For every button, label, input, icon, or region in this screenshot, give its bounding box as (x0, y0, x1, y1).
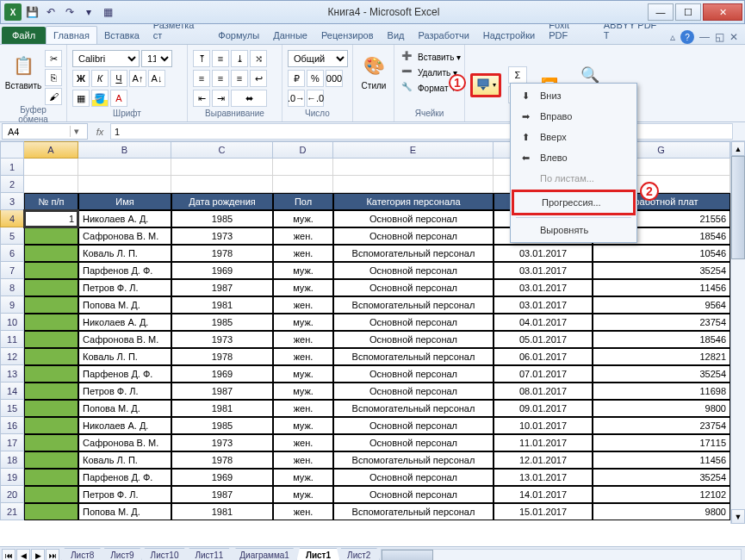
fill-left-item[interactable]: ⬅Влево (512, 147, 635, 168)
cell-salary[interactable]: 9564 (593, 296, 730, 314)
doc-restore-icon[interactable]: ◱ (715, 31, 724, 43)
row-header[interactable]: 16 (0, 417, 24, 434)
cell-sex[interactable]: жен. (273, 245, 333, 262)
row-header[interactable]: 19 (0, 469, 24, 486)
decrease-indent-icon[interactable]: ⇤ (193, 90, 210, 107)
font-color-icon[interactable]: A (110, 90, 127, 107)
cell-salary[interactable]: 18546 (593, 331, 730, 348)
decrease-decimal-icon[interactable]: ←.0 (307, 90, 324, 107)
cell-category[interactable]: Основной персонал (333, 383, 494, 400)
cell-year[interactable]: 1987 (171, 279, 273, 296)
cell-category[interactable]: Основной персонал (333, 434, 494, 451)
file-tab[interactable]: Файл (2, 27, 46, 44)
align-left-icon[interactable]: ≡ (193, 70, 210, 87)
qat-customize-icon[interactable]: ▾ (80, 3, 97, 21)
cell-sex[interactable]: жен. (273, 331, 333, 348)
tab-home[interactable]: Главная (46, 26, 97, 44)
font-name-select[interactable]: Calibri (72, 50, 140, 67)
cell-date[interactable]: 09.01.2017 (494, 400, 593, 417)
cell-salary[interactable]: 35254 (593, 365, 730, 383)
tab-review[interactable]: Рецензиров (314, 27, 381, 44)
cell-year[interactable]: 1981 (171, 400, 273, 417)
undo-icon[interactable]: ↶ (42, 3, 59, 21)
cell-year[interactable]: 1973 (171, 227, 273, 245)
cell-date[interactable]: 12.01.2017 (494, 451, 593, 469)
col-header-E[interactable]: E (333, 141, 494, 159)
increase-decimal-icon[interactable]: .0→ (288, 90, 305, 107)
tab-nav-next-icon[interactable]: ▶ (31, 549, 45, 561)
cell-num[interactable] (24, 451, 78, 469)
cell-salary[interactable]: 12821 (593, 348, 730, 365)
cell-sex[interactable]: жен. (273, 503, 333, 520)
fill-color-icon[interactable]: 🪣 (91, 90, 109, 107)
cell-year[interactable]: 1985 (171, 417, 273, 434)
cell-sex[interactable]: муж. (273, 383, 333, 400)
cell-category[interactable]: Основной персонал (333, 417, 494, 434)
cell-category[interactable]: Основной персонал (333, 279, 494, 296)
cell-date[interactable]: 14.01.2017 (494, 486, 593, 503)
cell-year[interactable]: 1987 (171, 383, 273, 400)
cell-salary[interactable]: 23754 (593, 314, 730, 331)
col-header-D[interactable]: D (273, 141, 333, 159)
fill-button[interactable]: ▾ (470, 73, 501, 97)
cell-category[interactable]: Вспомогательный персонал (333, 348, 494, 365)
sheet-tab[interactable]: Лист11 (185, 548, 233, 560)
scroll-up-icon[interactable]: ▲ (731, 141, 745, 156)
cell-category[interactable]: Основной персонал (333, 365, 494, 383)
cell-year[interactable]: 1969 (171, 365, 273, 383)
tab-data[interactable]: Данные (266, 27, 314, 44)
cell-num[interactable] (24, 383, 78, 400)
cell-year[interactable]: 1969 (171, 469, 273, 486)
tab-view[interactable]: Вид (381, 27, 412, 44)
cell-num[interactable] (24, 331, 78, 348)
row-header[interactable]: 17 (0, 434, 24, 451)
fill-justify-item[interactable]: Выровнять (512, 220, 635, 240)
cell-salary[interactable]: 23754 (593, 417, 730, 434)
help-icon[interactable]: ? (680, 30, 694, 44)
copy-icon[interactable]: ⎘ (45, 69, 62, 86)
col-header-C[interactable]: C (171, 141, 273, 159)
cell-name[interactable]: Попова М. Д. (78, 400, 171, 417)
cell-num[interactable] (24, 486, 78, 503)
cell-year[interactable]: 1985 (171, 314, 273, 331)
align-center-icon[interactable]: ≡ (212, 70, 229, 87)
align-right-icon[interactable]: ≡ (231, 70, 248, 87)
border-icon[interactable]: ▦ (72, 90, 90, 107)
cell-name[interactable]: Попова М. Д. (78, 503, 171, 520)
cell-date[interactable]: 08.01.2017 (494, 383, 593, 400)
header-dob[interactable]: Дата рождения (171, 193, 273, 210)
save-icon[interactable]: 💾 (23, 3, 40, 21)
fill-up-item[interactable]: ⬆Вверх (512, 127, 635, 147)
close-button[interactable]: ✕ (703, 3, 742, 21)
scroll-thumb[interactable] (731, 156, 745, 259)
row-header[interactable]: 21 (0, 503, 24, 520)
cell-date[interactable]: 03.01.2017 (494, 279, 593, 296)
excel-logo-icon[interactable]: X (4, 3, 22, 21)
cell-category[interactable]: Вспомогательный персонал (333, 296, 494, 314)
comma-icon[interactable]: 000 (326, 70, 343, 87)
cell-sex[interactable]: муж. (273, 210, 333, 227)
cell-num[interactable] (24, 503, 78, 520)
autosum-icon[interactable]: Σ (508, 66, 527, 84)
header-num[interactable]: № п/п (24, 193, 78, 210)
cell-category[interactable]: Вспомогательный персонал (333, 400, 494, 417)
cell-salary[interactable]: 35254 (593, 262, 730, 279)
cell-salary[interactable]: 11698 (593, 383, 730, 400)
scroll-down-icon[interactable]: ▼ (731, 509, 745, 524)
tab-insert[interactable]: Вставка (97, 27, 146, 44)
maximize-button[interactable]: ☐ (675, 3, 701, 21)
hscroll-thumb[interactable] (382, 550, 433, 561)
tab-addins[interactable]: Надстройки (476, 27, 542, 44)
cell-num[interactable] (24, 279, 78, 296)
cell-name[interactable]: Сафронова В. М. (78, 227, 171, 245)
sheet-tab[interactable]: Лист8 (61, 548, 103, 560)
cell-date[interactable]: 15.01.2017 (494, 503, 593, 520)
bold-icon[interactable]: Ж (72, 70, 90, 87)
cell-date[interactable]: 07.01.2017 (494, 365, 593, 383)
align-top-icon[interactable]: ⤒ (193, 50, 210, 67)
cell-date[interactable]: 06.01.2017 (494, 348, 593, 365)
row-header[interactable]: 9 (0, 296, 24, 314)
cell-salary[interactable]: 11456 (593, 451, 730, 469)
cell-name[interactable]: Петров Ф. Л. (78, 383, 171, 400)
row-header[interactable]: 10 (0, 314, 24, 331)
